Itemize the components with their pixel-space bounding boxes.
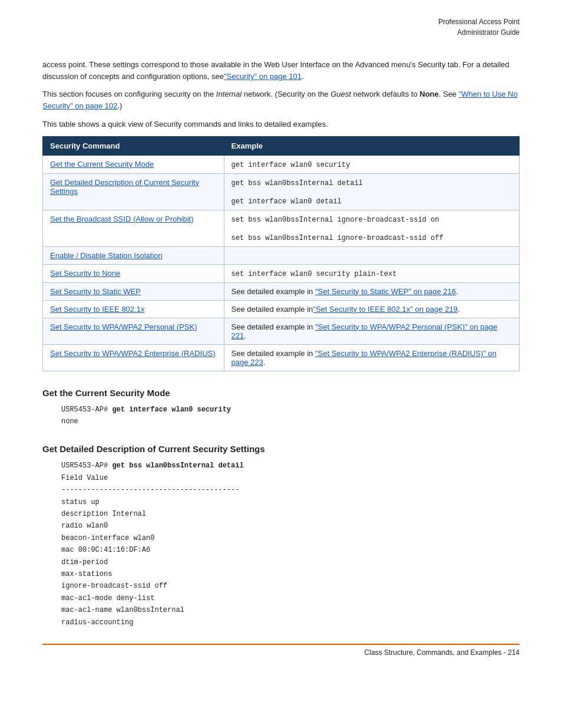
col-header-command: Security Command xyxy=(43,136,224,155)
link-wpa-psk-221[interactable]: "Set Security to WPA/WPA2 Personal (PSK)… xyxy=(232,322,498,340)
intro-para-2: This section focuses on configuring secu… xyxy=(42,88,520,112)
table-row: Get the Current Security Mode get interf… xyxy=(43,155,520,173)
section-heading-get-current: Get the Current Security Mode xyxy=(42,388,520,398)
link-security-none[interactable]: Set Security to None xyxy=(50,269,120,278)
link-ieee-8021x-219[interactable]: "Set Security to IEEE 802.1x" on page 21… xyxy=(313,305,458,314)
table-cell-example: See detailed example in "Set Security to… xyxy=(224,344,519,371)
code-line: mac-acl-name wlan0bssInternal xyxy=(61,604,520,616)
section-heading-get-detailed: Get Detailed Description of Current Secu… xyxy=(42,444,520,454)
code-line: ignore-broadcast-ssid off xyxy=(61,580,520,592)
header-line1: Professional Access Point xyxy=(438,17,520,27)
link-wpa-radius-223[interactable]: "Set Security to WPA/WPA2 Enterprise (RA… xyxy=(232,349,497,367)
table-cell-cmd: Get Detailed Description of Current Secu… xyxy=(43,173,224,210)
link-security-101[interactable]: "Security" on page 101 xyxy=(224,72,302,81)
table-row: Set Security to WPA/WPA2 Personal (PSK) … xyxy=(43,318,520,344)
table-row: Set Security to None set interface wlan0… xyxy=(43,264,520,282)
link-get-detailed[interactable]: Get Detailed Description of Current Secu… xyxy=(50,178,199,196)
table-row: Set Security to Static WEP See detailed … xyxy=(43,282,520,300)
table-cell-example: See detailed example in "Set Security to… xyxy=(224,318,519,344)
table-cell-example: set bss wlan0bssInternal ignore-broadcas… xyxy=(224,210,519,246)
code-line: radius-accounting xyxy=(61,617,520,628)
footer-divider xyxy=(42,644,520,645)
page-footer: Class Structure, Commands, and Examples … xyxy=(0,644,562,657)
table-cell-example: See detailed example in"Set Security to … xyxy=(224,300,519,318)
table-cell-cmd: Set Security to WPA/WPA2 Personal (PSK) xyxy=(43,318,224,344)
table-row: Enable / Disable Station Isolation xyxy=(43,246,520,264)
table-cell-example: get interface wlan0 security xyxy=(224,155,519,173)
code-line: max-stations xyxy=(61,568,520,580)
link-no-security-102[interactable]: "When to Use No Security" on page 102 xyxy=(42,90,518,110)
link-wpa-radius[interactable]: Set Security to WPA/WPA2 Enterprise (RAD… xyxy=(50,349,216,358)
link-ieee-8021x[interactable]: Set Security to IEEE 802.1x xyxy=(50,305,144,314)
link-get-current-mode[interactable]: Get the Current Security Mode xyxy=(50,160,154,169)
table-cell-cmd: Set Security to IEEE 802.1x xyxy=(43,300,224,318)
code-line: ----------------------------------------… xyxy=(61,484,520,496)
table-row: Set Security to IEEE 802.1x See detailed… xyxy=(43,300,520,318)
code-block-get-current: USR5453-AP# get interface wlan0 security… xyxy=(61,404,520,428)
code-line: Field Value xyxy=(61,472,520,484)
table-cell-cmd: Set Security to Static WEP xyxy=(43,282,224,300)
table-cell-example: set interface wlan0 security plain-text xyxy=(224,264,519,282)
code-line: none xyxy=(61,416,520,427)
code-line: description Internal xyxy=(61,508,520,520)
table-cell-example xyxy=(224,246,519,264)
code-line: radio wlan0 xyxy=(61,520,520,532)
code-block-get-detailed: USR5453-AP# get bss wlan0bssInternal det… xyxy=(61,460,520,628)
link-broadcast-ssid[interactable]: Set the Broadcast SSID (Allow or Prohibi… xyxy=(50,215,194,223)
link-static-wep-216[interactable]: "Set Security to Static WEP" on page 216 xyxy=(315,287,456,296)
code-line: USR5453-AP# get interface wlan0 security xyxy=(61,404,520,416)
table-row: Set Security to WPA/WPA2 Enterprise (RAD… xyxy=(43,344,520,371)
col-header-example: Example xyxy=(224,136,519,155)
table-row: Set the Broadcast SSID (Allow or Prohibi… xyxy=(43,210,520,246)
table-intro: This table shows a quick view of Securit… xyxy=(42,118,520,130)
table-row: Get Detailed Description of Current Secu… xyxy=(43,173,520,210)
header-line2: Administrator Guide xyxy=(438,27,520,38)
main-content: access point. These settings correspond … xyxy=(42,59,520,628)
table-cell-cmd: Set the Broadcast SSID (Allow or Prohibi… xyxy=(43,210,224,246)
table-cell-cmd: Set Security to WPA/WPA2 Enterprise (RAD… xyxy=(43,344,224,371)
link-station-isolation[interactable]: Enable / Disable Station Isolation xyxy=(50,251,163,260)
code-line: beacon-interface wlan0 xyxy=(61,532,520,544)
link-static-wep[interactable]: Set Security to Static WEP xyxy=(50,287,141,296)
table-cell-cmd: Enable / Disable Station Isolation xyxy=(43,246,224,264)
code-line: mac-acl-mode deny-list xyxy=(61,592,520,604)
table-cell-cmd: Set Security to None xyxy=(43,264,224,282)
code-line: status up xyxy=(61,496,520,508)
footer-text: Class Structure, Commands, and Examples … xyxy=(42,648,520,657)
code-line: USR5453-AP# get bss wlan0bssInternal det… xyxy=(61,460,520,472)
page-header: Professional Access Point Administrator … xyxy=(438,17,520,38)
code-line: dtim-period xyxy=(61,556,520,568)
page: Professional Access Point Administrator … xyxy=(0,0,562,673)
link-wpa-psk[interactable]: Set Security to WPA/WPA2 Personal (PSK) xyxy=(50,322,197,331)
security-commands-table: Security Command Example Get the Current… xyxy=(42,136,520,371)
table-cell-example: get bss wlan0bssInternal detail get inte… xyxy=(224,173,519,210)
table-cell-example: See detailed example in "Set Security to… xyxy=(224,282,519,300)
code-line: mac 00:0C:41:16:DF:A6 xyxy=(61,544,520,556)
table-cell-cmd: Get the Current Security Mode xyxy=(43,155,224,173)
intro-para-1: access point. These settings correspond … xyxy=(42,59,520,83)
